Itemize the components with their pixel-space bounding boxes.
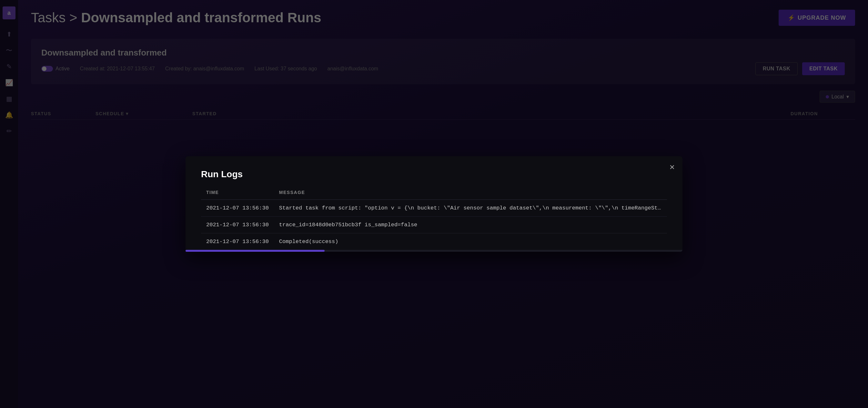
log-table: TIME MESSAGE 2021-12-07 13:56:30Started … [201, 190, 667, 250]
log-time: 2021-12-07 13:56:30 [201, 233, 274, 250]
log-table-row: 2021-12-07 13:56:30Started task from scr… [201, 200, 667, 216]
log-message: Started task from script: "option v = {\… [274, 200, 667, 216]
log-table-row: 2021-12-07 13:56:30trace_id=1848d0eb751b… [201, 216, 667, 233]
log-time: 2021-12-07 13:56:30 [201, 216, 274, 233]
log-time: 2021-12-07 13:56:30 [201, 200, 274, 216]
log-col-time: TIME [201, 190, 274, 200]
modal-title: Run Logs [201, 169, 667, 179]
modal-close-button[interactable]: × [670, 163, 675, 172]
log-table-row: 2021-12-07 13:56:30Completed(success) [201, 233, 667, 250]
run-logs-modal: Run Logs × TIME MESSAGE 2021-12-07 13:56… [186, 156, 682, 252]
modal-scroll-thumb [186, 250, 324, 252]
log-col-message: MESSAGE [274, 190, 667, 200]
log-message: trace_id=1848d0eb751bcb3f is_sampled=fal… [274, 216, 667, 233]
log-message: Completed(success) [274, 233, 667, 250]
modal-overlay[interactable]: Run Logs × TIME MESSAGE 2021-12-07 13:56… [0, 0, 868, 408]
modal-scroll-bar [186, 250, 682, 252]
